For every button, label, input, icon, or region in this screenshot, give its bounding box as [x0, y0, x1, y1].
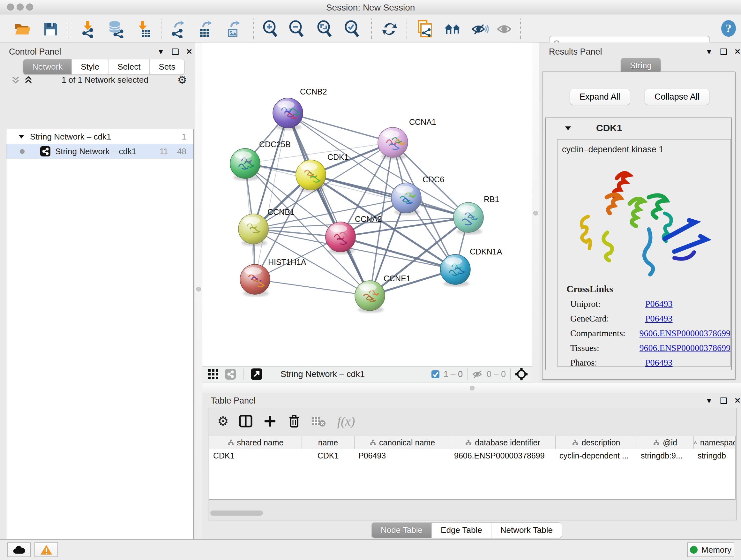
splitter-handle[interactable] — [533, 211, 538, 215]
table-cell[interactable]: 9606.ENSP00000378699 — [450, 449, 556, 462]
gear-icon[interactable]: ⚙ — [178, 74, 187, 85]
splitter-handle[interactable] — [196, 287, 201, 292]
save-session-button[interactable] — [42, 20, 59, 38]
panel-menu-icon[interactable]: ▼ — [705, 48, 713, 56]
apply-layout-button[interactable] — [381, 20, 398, 38]
expand-all-icon[interactable] — [24, 75, 32, 84]
help-button[interactable]: ? — [720, 20, 737, 37]
network-edge[interactable] — [255, 113, 288, 279]
column-header-canonicalname[interactable]: canonical name — [354, 436, 450, 449]
collapse-all-icon[interactable] — [11, 75, 20, 84]
column-header-description[interactable]: description — [556, 436, 637, 449]
table-row[interactable]: CDK1CDK1P064939606.ENSP00000378699cyclin… — [209, 449, 735, 462]
export-network-button[interactable] — [170, 20, 187, 38]
right-splitter[interactable] — [532, 43, 539, 383]
section-expander-icon[interactable] — [565, 126, 571, 131]
network-node-RB1[interactable]: RB1 — [454, 195, 499, 235]
network-canvas[interactable]: CCNB2CCNA1CDC25BCDK1CDC6RB1CCNB1CCNA2CDK… — [202, 43, 532, 366]
table-cell[interactable]: CDK1 — [302, 449, 354, 462]
tab-style[interactable]: Style — [72, 59, 109, 74]
network-node-CDC25B[interactable]: CDC25B — [230, 140, 291, 181]
tab-select[interactable]: Select — [109, 59, 150, 74]
tab-network[interactable]: Network — [23, 59, 72, 74]
string-home-button[interactable] — [444, 20, 461, 38]
table-cell[interactable]: cyclin-dependent ... — [556, 449, 637, 462]
column-header-databaseidentifier[interactable]: database identifier — [450, 436, 556, 449]
panel-float-icon[interactable]: ❑ — [720, 396, 727, 405]
show-glass-effect-button[interactable] — [496, 20, 513, 38]
panel-close-icon[interactable]: ✕ — [186, 48, 192, 56]
delete-column-trash-icon[interactable] — [288, 414, 300, 428]
tab-network-table[interactable]: Network Table — [491, 523, 562, 538]
table-settings-gear-icon[interactable]: ⚙ — [217, 415, 229, 428]
crosslink-link[interactable]: 9606.ENSP00000378699 — [639, 328, 731, 338]
network-node-HIST1H1A[interactable]: HIST1H1A — [240, 258, 307, 297]
panel-menu-icon[interactable]: ▼ — [157, 48, 165, 56]
birds-eye-toggle-icon[interactable] — [515, 368, 528, 381]
crosslink-link[interactable]: P06493 — [645, 299, 673, 309]
network-node-CCNA1[interactable]: CCNA1 — [378, 118, 436, 160]
panel-close-icon[interactable]: ✕ — [734, 397, 741, 405]
network-row-selected[interactable]: String Network – cdk1 11 48 — [6, 144, 193, 159]
import-network-from-file-button[interactable] — [79, 20, 96, 38]
crosslink-link[interactable]: 9606.ENSP00000378699 — [639, 343, 731, 353]
column-header-sharedname[interactable]: shared name — [209, 436, 302, 449]
panel-float-icon[interactable]: ❑ — [172, 48, 179, 56]
open-in-window-icon[interactable] — [251, 368, 263, 380]
clone-network-button[interactable] — [415, 20, 432, 38]
memory-status-button[interactable]: Memory — [687, 543, 734, 557]
network-label: String Network – cdk1 — [55, 146, 136, 157]
selected-checkbox-icon[interactable] — [431, 370, 440, 379]
open-session-button[interactable] — [14, 20, 31, 38]
import-table-from-file-button[interactable] — [134, 20, 151, 38]
crosslink-link[interactable]: P06493 — [645, 314, 673, 324]
table-horizontal-scrollbar[interactable] — [210, 510, 734, 516]
network-collection-row[interactable]: String Network – cdk1 1 — [6, 129, 193, 144]
grid-view-icon[interactable] — [207, 368, 219, 380]
network-edge[interactable] — [255, 279, 370, 296]
export-table-button[interactable] — [197, 20, 214, 38]
table-cell[interactable]: P06493 — [354, 449, 450, 462]
network-node-CCNB2[interactable]: CCNB2 — [273, 87, 327, 130]
tab-edge-table[interactable]: Edge Table — [432, 523, 491, 538]
table-cell[interactable]: stringdb — [694, 449, 736, 462]
collection-count: 1 — [182, 132, 186, 142]
network-view-icon[interactable] — [225, 368, 236, 380]
node-details-header[interactable]: CDK1 — [546, 118, 731, 138]
show-columns-icon[interactable] — [239, 415, 253, 428]
network-node-CDKN1A[interactable]: CDKN1A — [441, 247, 502, 287]
table-cell[interactable]: stringdb:9... — [637, 449, 694, 462]
splitter-handle[interactable] — [470, 386, 475, 390]
create-column-plus-icon[interactable] — [263, 415, 277, 428]
delete-table-icon[interactable] — [311, 415, 326, 427]
network-edge[interactable] — [311, 175, 468, 217]
cloud-status-button[interactable] — [7, 543, 31, 557]
left-splitter[interactable] — [195, 43, 202, 539]
collapse-all-button[interactable]: Collapse All — [645, 89, 710, 105]
warnings-button[interactable] — [35, 543, 58, 557]
column-header-name[interactable]: name — [302, 436, 354, 449]
column-header-id[interactable]: @id — [637, 436, 694, 449]
import-network-from-database-button[interactable] — [107, 20, 124, 38]
function-builder-icon[interactable]: f(x) — [337, 414, 355, 429]
hide-glass-effect-button[interactable] — [471, 20, 488, 38]
column-header-namespace[interactable]: namespace — [694, 436, 736, 449]
zoom-fit-button[interactable] — [316, 20, 333, 38]
table-cell[interactable]: CDK1 — [209, 449, 302, 462]
scrollbar-thumb[interactable] — [210, 510, 263, 516]
crosslink-link[interactable]: P06493 — [645, 358, 673, 368]
tab-sets[interactable]: Sets — [150, 59, 184, 74]
network-edge[interactable] — [288, 113, 393, 142]
horizontal-splitter[interactable] — [202, 383, 741, 393]
panel-menu-icon[interactable]: ▼ — [705, 397, 713, 405]
zoom-in-button[interactable] — [262, 20, 279, 38]
tab-node-table[interactable]: Node Table — [372, 523, 432, 538]
expand-all-button[interactable]: Expand All — [569, 89, 630, 105]
zoom-selected-button[interactable] — [343, 20, 360, 38]
panel-close-icon[interactable]: ✕ — [734, 48, 741, 56]
tree-expander-icon[interactable] — [18, 134, 24, 139]
panel-float-icon[interactable]: ❑ — [720, 48, 727, 56]
tab-string[interactable]: String — [621, 58, 661, 73]
zoom-out-button[interactable] — [288, 20, 305, 38]
export-image-button[interactable] — [225, 20, 242, 38]
